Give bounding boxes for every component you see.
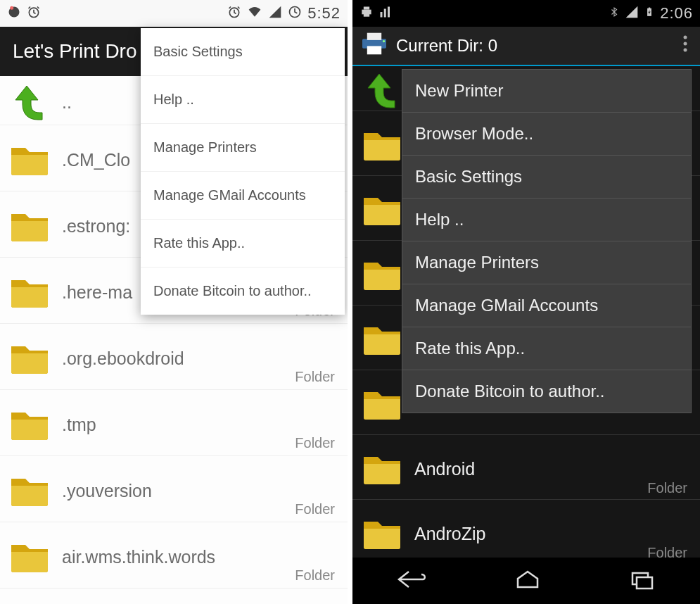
signal-icon (625, 5, 639, 23)
status-time: 2:06 (660, 4, 693, 23)
folder-row[interactable]: airdroidFolder (0, 589, 348, 604)
folder-type-label: Folder (295, 501, 335, 517)
folder-icon (10, 210, 49, 244)
notification-icon (7, 5, 21, 23)
up-arrow-icon (362, 71, 402, 111)
folder-type-label: Folder (295, 435, 335, 451)
app-title: Current Dir: 0 (396, 36, 677, 56)
svg-rect-6 (364, 6, 369, 9)
up-arrow-icon (10, 83, 49, 122)
svg-point-18 (684, 42, 687, 45)
menu-item[interactable]: Manage Printers (141, 124, 345, 172)
up-label: .. (62, 92, 72, 113)
menu-item[interactable]: Basic Settings (402, 156, 691, 199)
folder-name: .youversion (62, 481, 152, 501)
app-title: Let's Print Dro (13, 40, 137, 63)
folder-name: air.wms.think.words (62, 547, 215, 567)
folder-icon (10, 144, 49, 177)
overflow-button[interactable] (677, 35, 693, 57)
svg-rect-12 (649, 7, 650, 8)
folder-row[interactable]: AndroidFolder (352, 435, 700, 500)
folder-name: .here-ma (62, 282, 132, 303)
folder-icon (10, 408, 49, 442)
folder-icon (10, 276, 49, 310)
action-bar: Current Dir: 0 (352, 27, 700, 66)
svg-rect-21 (637, 577, 652, 589)
folder-icon (10, 342, 49, 376)
folder-icon (362, 258, 402, 292)
svg-point-19 (684, 48, 687, 51)
menu-item[interactable]: Donate Bitcoin to author.. (402, 370, 691, 413)
folder-icon (362, 194, 402, 227)
print-icon (359, 5, 374, 23)
wifi-icon (247, 5, 262, 23)
battery-icon (644, 4, 654, 23)
phone-screenshot-right: 2:06 Current Dir: 0 AndroidFolderAndroZi… (352, 0, 700, 604)
folder-name: .estrong: (62, 216, 130, 237)
folder-row[interactable]: .youversionFolder (0, 456, 348, 522)
menu-item[interactable]: Basic Settings (141, 28, 345, 76)
folder-name: .org.ebookdroid (62, 348, 184, 369)
svg-rect-8 (381, 12, 383, 18)
menu-item[interactable]: New Printer (402, 70, 691, 113)
folder-name: .CM_Clo (62, 150, 130, 170)
svg-rect-14 (367, 33, 381, 40)
svg-point-16 (383, 40, 385, 42)
folder-type-label: Folder (295, 567, 335, 584)
menu-item[interactable]: Manage Printers (402, 241, 691, 284)
folder-row[interactable]: .tmpFolder (0, 390, 348, 456)
back-button[interactable] (396, 569, 427, 593)
printer-icon (359, 32, 389, 60)
folder-icon (10, 541, 49, 574)
folder-icon (362, 453, 402, 486)
alarm-icon (227, 5, 241, 23)
folder-icon (362, 388, 402, 422)
svg-rect-15 (367, 46, 381, 54)
folder-row[interactable]: .org.ebookdroidFolder (0, 324, 348, 390)
nav-bar (352, 558, 700, 604)
folder-name: .tmp (62, 415, 96, 435)
folder-icon (362, 517, 402, 551)
folder-icon (10, 474, 49, 508)
folder-type-label: Folder (295, 369, 335, 385)
folder-icon (362, 129, 402, 163)
bluetooth-icon (609, 5, 619, 23)
recents-button[interactable] (628, 569, 656, 593)
overflow-menu: Basic SettingsHelp ..Manage PrintersMana… (141, 28, 345, 315)
svg-rect-7 (364, 13, 369, 16)
circle-icon (288, 5, 302, 23)
menu-item[interactable]: Donate Bitcoin to author.. (141, 268, 345, 315)
status-bar: 2:06 (352, 0, 700, 27)
menu-item[interactable]: Browser Mode.. (402, 113, 691, 156)
folder-row[interactable]: air.wms.think.wordsFolder (0, 522, 348, 589)
folder-name: Android (414, 459, 475, 479)
menu-item[interactable]: Rate this App.. (141, 220, 345, 268)
bars-icon (379, 6, 392, 22)
home-button[interactable] (514, 569, 542, 593)
menu-item[interactable]: Rate this App.. (402, 327, 691, 370)
folder-icon (362, 323, 402, 357)
folder-type-label: Folder (647, 480, 687, 496)
phone-screenshot-left: 5:52 Let's Print Dro .. .CM_CloFolder.es… (0, 0, 348, 604)
svg-point-17 (684, 35, 687, 39)
overflow-menu: New PrinterBrowser Mode..Basic SettingsH… (402, 69, 692, 413)
svg-point-1 (10, 6, 13, 9)
status-time: 5:52 (307, 4, 341, 23)
status-bar: 5:52 (0, 0, 348, 27)
svg-rect-9 (384, 8, 386, 17)
menu-item[interactable]: Help .. (402, 199, 691, 241)
menu-item[interactable]: Manage GMail Accounts (141, 172, 345, 220)
folder-name: AndroZip (414, 524, 485, 544)
menu-item[interactable]: Help .. (141, 76, 345, 124)
folder-row[interactable]: AndroZipFolder (352, 500, 700, 565)
alarm-icon (27, 5, 41, 23)
svg-rect-10 (388, 6, 390, 17)
menu-item[interactable]: Manage GMail Accounts (402, 284, 691, 327)
signal-icon (268, 5, 282, 23)
